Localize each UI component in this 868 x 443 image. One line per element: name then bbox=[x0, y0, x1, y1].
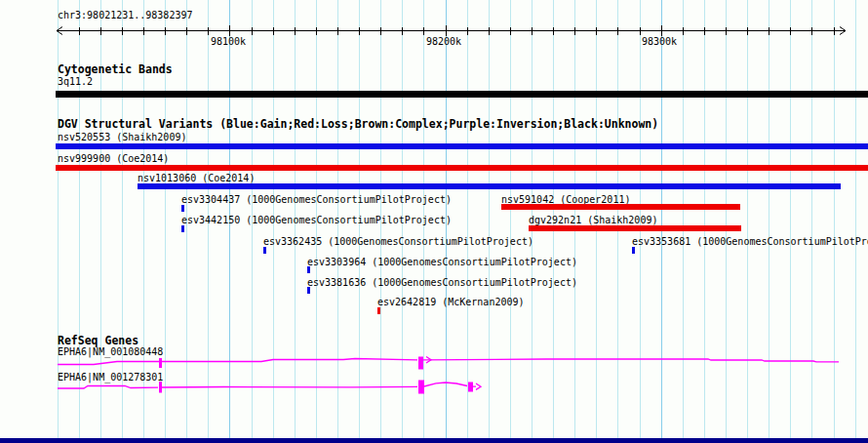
transcript-direction-arrow-icon bbox=[476, 383, 481, 389]
exon-block[interactable] bbox=[468, 383, 473, 392]
genome-browser-panel: chr3:98021231..98382397 98100k98200k9830… bbox=[0, 0, 868, 443]
gene-model-epha6-nm001278301[interactable] bbox=[58, 381, 481, 394]
exon-block[interactable] bbox=[418, 381, 424, 394]
exon-tick[interactable] bbox=[159, 382, 162, 393]
gene-model-epha6-nm001080448[interactable] bbox=[58, 357, 839, 370]
bottom-divider-bar bbox=[0, 438, 868, 443]
gene-models-layer bbox=[0, 0, 868, 443]
exon-tick[interactable] bbox=[159, 358, 162, 368]
exon-block[interactable] bbox=[418, 357, 423, 370]
